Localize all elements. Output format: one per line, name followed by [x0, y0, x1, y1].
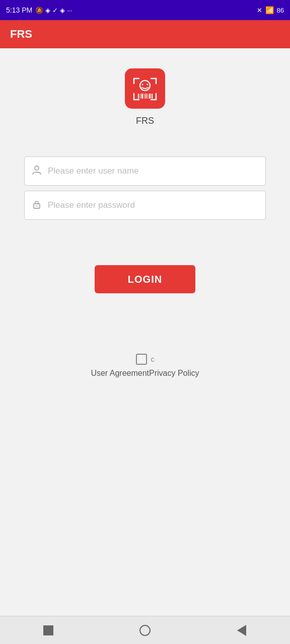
password-input-wrapper[interactable] — [24, 191, 266, 220]
agreement-container: c User AgreementPrivacy Policy — [91, 354, 199, 378]
face-scan-svg — [131, 74, 159, 103]
svg-rect-4 — [144, 94, 144, 99]
status-time: 5:13 PM — [6, 6, 32, 14]
battery-level: 86 — [277, 7, 284, 14]
svg-rect-7 — [149, 94, 151, 99]
back-icon — [237, 625, 246, 636]
login-button[interactable]: LOGIN — [95, 265, 195, 293]
svg-point-10 — [147, 84, 149, 86]
svg-rect-8 — [152, 94, 153, 99]
app-bar: FRS — [0, 20, 290, 48]
notification-icon-1: ◈ — [45, 7, 50, 14]
svg-rect-2 — [140, 94, 140, 99]
notification-icon-3: ◈ — [60, 7, 65, 14]
checkbox-row: c — [136, 354, 155, 365]
home-button[interactable] — [135, 620, 155, 640]
home-icon — [139, 625, 151, 636]
password-input[interactable] — [48, 200, 258, 210]
logo-text: FRS — [136, 116, 154, 126]
nav-bar — [0, 616, 290, 644]
recent-apps-icon — [43, 625, 53, 635]
status-bar-left: 5:13 PM 🔕 ◈ ✓ ◈ ··· — [6, 6, 72, 14]
back-button[interactable] — [232, 620, 252, 640]
svg-rect-1 — [138, 94, 139, 99]
battery-x-icon: ✕ — [257, 7, 262, 14]
app-logo-icon — [125, 68, 165, 109]
username-input-wrapper[interactable] — [24, 156, 266, 186]
username-input[interactable] — [48, 166, 258, 176]
status-bar: 5:13 PM 🔕 ◈ ✓ ◈ ··· ✕ 📶 86 — [0, 0, 290, 20]
main-content: FRS LOGIN — [0, 48, 290, 616]
agreement-links: User AgreementPrivacy Policy — [91, 369, 199, 378]
status-bar-right: ✕ 📶 86 — [257, 6, 284, 14]
svg-rect-5 — [146, 94, 147, 99]
svg-point-13 — [36, 205, 37, 206]
privacy-policy-link[interactable]: Privacy Policy — [149, 369, 199, 377]
user-agreement-link[interactable]: User Agreement — [91, 369, 149, 377]
svg-rect-3 — [141, 94, 143, 99]
mute-icon: 🔕 — [35, 7, 43, 14]
app-bar-title: FRS — [10, 28, 32, 41]
svg-rect-6 — [148, 94, 148, 99]
user-icon — [32, 165, 42, 178]
wifi-icon: 📶 — [265, 6, 274, 14]
more-icon: ··· — [67, 7, 72, 14]
agreement-checkbox[interactable] — [136, 354, 147, 365]
notification-icon-2: ✓ — [52, 7, 58, 14]
logo-container: FRS — [125, 68, 165, 126]
svg-point-11 — [35, 166, 39, 170]
svg-point-0 — [140, 80, 150, 91]
svg-point-9 — [142, 84, 143, 86]
status-icons: 🔕 ◈ ✓ ◈ ··· — [35, 7, 72, 14]
recent-apps-button[interactable] — [38, 620, 58, 640]
form-container — [24, 156, 266, 225]
lock-icon — [32, 199, 42, 212]
checkbox-label: c — [151, 355, 155, 363]
